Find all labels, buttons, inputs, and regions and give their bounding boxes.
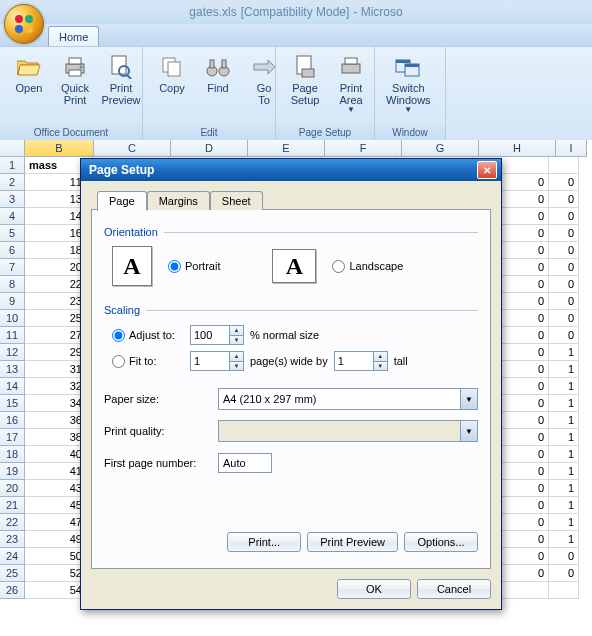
- col-header[interactable]: B: [25, 140, 94, 157]
- row-header[interactable]: 18: [0, 446, 25, 463]
- cell[interactable]: 0: [549, 276, 579, 293]
- col-header[interactable]: G: [402, 140, 479, 157]
- find-button[interactable]: Find: [195, 51, 241, 97]
- print-quality-select[interactable]: ▼: [218, 420, 478, 442]
- cell[interactable]: 0: [549, 208, 579, 225]
- row-header[interactable]: 13: [0, 361, 25, 378]
- cell[interactable]: 1: [549, 463, 579, 480]
- row-header[interactable]: 2: [0, 174, 25, 191]
- svg-rect-18: [302, 69, 314, 77]
- row-header[interactable]: 10: [0, 310, 25, 327]
- copy-button[interactable]: Copy: [149, 51, 195, 97]
- spin-down-icon[interactable]: ▼: [229, 362, 243, 371]
- adjust-spinner[interactable]: ▲▼: [190, 325, 244, 345]
- row-header[interactable]: 16: [0, 412, 25, 429]
- row-header[interactable]: 22: [0, 514, 25, 531]
- row-header[interactable]: 7: [0, 259, 25, 276]
- row-header[interactable]: 17: [0, 429, 25, 446]
- select-all-corner[interactable]: [0, 140, 25, 157]
- cell[interactable]: 1: [549, 531, 579, 548]
- col-header[interactable]: F: [325, 140, 402, 157]
- cell[interactable]: 1: [549, 497, 579, 514]
- print-preview-button[interactable]: Print Preview: [307, 532, 398, 552]
- tab-page[interactable]: Page: [97, 191, 147, 211]
- tab-home[interactable]: Home: [48, 26, 99, 46]
- cell[interactable]: 0: [549, 225, 579, 242]
- adjust-to-radio[interactable]: Adjust to:: [112, 329, 184, 342]
- cell[interactable]: 1: [549, 514, 579, 531]
- row-header[interactable]: 12: [0, 344, 25, 361]
- fit-tall-spinner[interactable]: ▲▼: [334, 351, 388, 371]
- dialog-titlebar[interactable]: Page Setup ✕: [81, 159, 501, 181]
- svg-point-3: [25, 25, 33, 33]
- spin-up-icon[interactable]: ▲: [229, 352, 243, 362]
- cell[interactable]: 0: [549, 565, 579, 582]
- landscape-radio[interactable]: Landscape: [332, 260, 403, 273]
- cell[interactable]: 0: [549, 259, 579, 276]
- cell[interactable]: 1: [549, 429, 579, 446]
- cell[interactable]: 1: [549, 412, 579, 429]
- options-button[interactable]: Options...: [404, 532, 478, 552]
- tab-margins[interactable]: Margins: [147, 191, 210, 210]
- spin-up-icon[interactable]: ▲: [229, 326, 243, 336]
- cell[interactable]: 1: [549, 480, 579, 497]
- cell[interactable]: 1: [549, 395, 579, 412]
- spin-up-icon[interactable]: ▲: [373, 352, 387, 362]
- fit-wide-spinner[interactable]: ▲▼: [190, 351, 244, 371]
- row-header[interactable]: 24: [0, 548, 25, 565]
- row-header[interactable]: 23: [0, 531, 25, 548]
- spin-down-icon[interactable]: ▼: [373, 362, 387, 371]
- first-page-number-input[interactable]: [218, 453, 272, 473]
- row-header[interactable]: 9: [0, 293, 25, 310]
- row-header[interactable]: 4: [0, 208, 25, 225]
- row-header[interactable]: 8: [0, 276, 25, 293]
- col-header[interactable]: E: [248, 140, 325, 157]
- row-header[interactable]: 11: [0, 327, 25, 344]
- cell[interactable]: 0: [549, 191, 579, 208]
- office-button[interactable]: [4, 4, 44, 44]
- page-setup-button[interactable]: Page Setup: [282, 51, 328, 109]
- row-header[interactable]: 19: [0, 463, 25, 480]
- open-button[interactable]: Open: [6, 51, 52, 97]
- cancel-button[interactable]: Cancel: [417, 579, 491, 599]
- col-header[interactable]: D: [171, 140, 248, 157]
- cell[interactable]: 0: [549, 242, 579, 259]
- row-header[interactable]: 1: [0, 157, 25, 174]
- row-header[interactable]: 26: [0, 582, 25, 599]
- cell[interactable]: 0: [549, 548, 579, 565]
- ok-button[interactable]: OK: [337, 579, 411, 599]
- print-area-button[interactable]: Print Area ▼: [328, 51, 374, 117]
- row-header[interactable]: 20: [0, 480, 25, 497]
- cell[interactable]: 1: [549, 361, 579, 378]
- fit-to-radio[interactable]: Fit to:: [112, 355, 184, 368]
- portrait-radio[interactable]: Portrait: [168, 260, 220, 273]
- switch-windows-button[interactable]: Switch Windows ▼: [381, 51, 436, 117]
- cell[interactable]: 1: [549, 378, 579, 395]
- paper-size-select[interactable]: A4 (210 x 297 mm)▼: [218, 388, 478, 410]
- row-header[interactable]: 25: [0, 565, 25, 582]
- cell[interactable]: 1: [549, 446, 579, 463]
- row-header[interactable]: 15: [0, 395, 25, 412]
- row-header[interactable]: 21: [0, 497, 25, 514]
- quick-print-button[interactable]: Quick Print: [52, 51, 98, 109]
- print-preview-button[interactable]: Print Preview: [98, 51, 144, 109]
- close-button[interactable]: ✕: [477, 161, 497, 179]
- row-header[interactable]: 14: [0, 378, 25, 395]
- row-header[interactable]: 3: [0, 191, 25, 208]
- col-header[interactable]: I: [556, 140, 587, 157]
- cell[interactable]: 1: [549, 344, 579, 361]
- svg-point-0: [15, 15, 23, 23]
- cell[interactable]: 0: [549, 310, 579, 327]
- col-header[interactable]: H: [479, 140, 556, 157]
- cell[interactable]: 0: [549, 174, 579, 191]
- cell[interactable]: 0: [549, 327, 579, 344]
- col-header[interactable]: C: [94, 140, 171, 157]
- tab-sheet[interactable]: Sheet: [210, 191, 263, 210]
- print-button[interactable]: Print...: [227, 532, 301, 552]
- row-header[interactable]: 6: [0, 242, 25, 259]
- cell[interactable]: 0: [549, 293, 579, 310]
- cell[interactable]: [549, 582, 579, 599]
- cell[interactable]: [549, 157, 579, 174]
- row-header[interactable]: 5: [0, 225, 25, 242]
- spin-down-icon[interactable]: ▼: [229, 336, 243, 345]
